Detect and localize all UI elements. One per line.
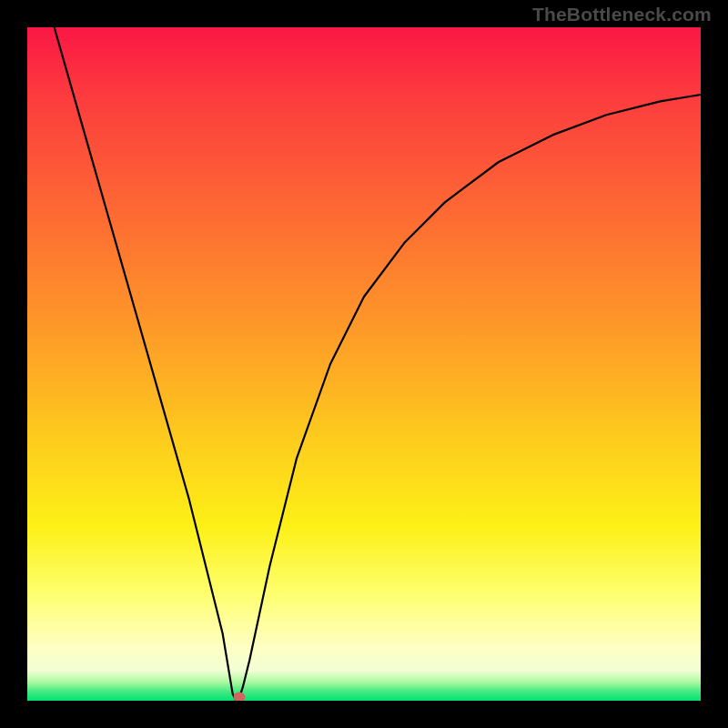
plot-area — [27, 27, 701, 701]
curve-svg — [27, 27, 701, 701]
bottleneck-curve-path — [55, 27, 701, 701]
watermark-text: TheBottleneck.com — [532, 4, 712, 25]
optimal-point-marker — [234, 693, 246, 701]
chart-frame: TheBottleneck.com — [0, 0, 728, 728]
